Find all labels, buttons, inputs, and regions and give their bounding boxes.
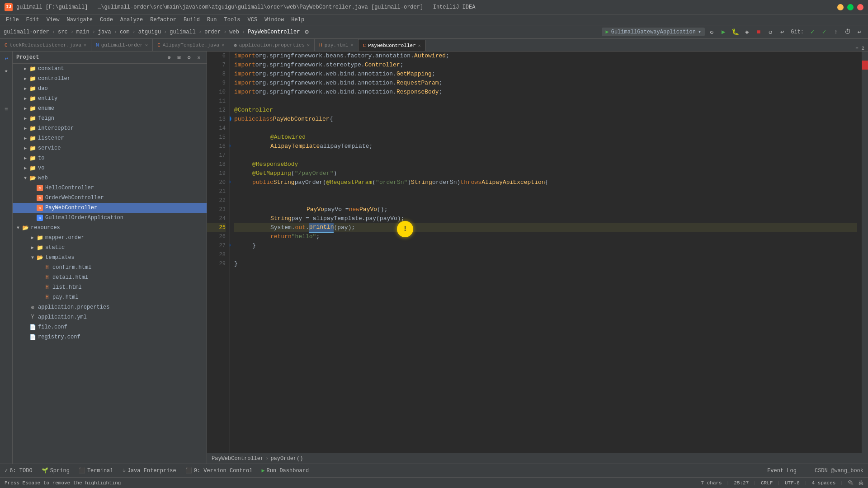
breadcrumb-order[interactable]: order [204,29,221,35]
git-update-icon[interactable]: ✓ [807,27,817,37]
tree-item-web[interactable]: ▼ 📂 web [13,173,207,183]
tree-item-list-html[interactable]: H list.html [13,282,207,292]
stop-icon[interactable]: ■ [754,27,764,37]
tree-item-file-conf[interactable]: 📄 file.conf [13,322,207,332]
tree-item-vo[interactable]: ▶ 📁 vo [13,163,207,173]
tab-close-order[interactable]: ✕ [145,42,148,48]
git-commit-icon[interactable]: ✓ [819,27,829,37]
breadcrumb-atguigu[interactable]: atguigu [138,29,161,35]
bottom-tool-run-dashboard[interactable]: ▶ Run Dashboard [261,467,309,474]
tab-order[interactable]: M gulimall-order ✕ [91,39,153,51]
run-config-dropdown-icon: ▾ [698,28,701,35]
menu-help[interactable]: Help [288,16,308,24]
menu-window[interactable]: Window [261,16,288,24]
breadcrumb-gulimall[interactable]: gulimall [170,29,196,35]
menu-tools[interactable]: Tools [221,16,244,24]
tree-item-resources[interactable]: ▼ 📂 resources [13,223,207,233]
tree-item-entity[interactable]: ▶ 📁 entity [13,94,207,103]
git-revert-icon[interactable]: ↩ [854,27,864,37]
tab-alipay[interactable]: C AlipayTemplate.java ✕ [153,39,229,51]
menu-refactor[interactable]: Refactor [146,16,180,24]
tree-arrow-resources: ▼ [14,224,22,231]
minimize-button[interactable] [837,4,844,10]
tab-more-icon[interactable]: ≡ 2 [852,46,868,51]
menu-analyze[interactable]: Analyze [117,16,146,24]
tree-item-order-web-controller[interactable]: C OrderWebController [13,193,207,203]
tree-item-listener[interactable]: ▶ 📁 listener [13,133,207,143]
tree-item-pay-web-controller[interactable]: C PayWebController [13,203,207,213]
tab-close-pay-html[interactable]: ✕ [351,42,354,48]
tab-close-payweb[interactable]: ✕ [418,43,421,48]
sidebar-collapse-icon[interactable]: ⊟ [175,53,183,61]
code-content[interactable]: import org.springframework.beans.factory… [230,52,862,453]
tab-close-alipay[interactable]: ✕ [222,42,224,48]
tab-payweb[interactable]: C PayWebController ✕ [359,40,426,52]
tree-item-enume[interactable]: ▶ 📁 enume [13,103,207,113]
tree-item-pay-html[interactable]: H pay.html [13,292,207,302]
settings-icon[interactable]: ⚙ [302,27,311,37]
breadcrumb-web[interactable]: web [229,29,239,35]
tree-item-gulimall-app[interactable]: C GulimallOrderApplication [13,213,207,223]
menu-file[interactable]: File [2,16,23,24]
sidebar-settings-icon[interactable]: ⚙ [185,53,193,61]
menu-view[interactable]: View [43,16,63,24]
breadcrumb-com[interactable]: com [120,29,130,35]
panel-structure-icon[interactable]: ≣ [1,104,11,114]
debug-icon[interactable]: 🐛 [730,27,740,37]
bottom-tool-version-control[interactable]: ⬛ 9: Version Control [185,467,253,474]
close-button[interactable] [857,4,863,10]
run-with-coverage-icon[interactable]: ◈ [742,27,752,37]
tree-item-dao[interactable]: ▶ 📁 dao [13,84,207,94]
breadcrumb-java[interactable]: java [98,29,111,35]
tab-close-stock[interactable]: ✕ [84,42,86,48]
tree-item-controller[interactable]: ▶ 📁 controller [13,74,207,84]
bottom-tool-spring[interactable]: 🌱 Spring [42,467,70,474]
menu-vcs[interactable]: VCS [244,16,261,24]
tree-item-static[interactable]: ▶ 📁 static [13,243,207,253]
run-config-selector[interactable]: ▶ GulimallGatewayApplication ▾ [602,28,705,36]
tree-item-hello-controller[interactable]: C HelloController [13,183,207,193]
tab-stock[interactable]: C tockReleaseListener.java ✕ [0,39,91,51]
tree-item-app-yml[interactable]: Y application.yml [13,312,207,322]
menu-edit[interactable]: Edit [23,16,43,24]
breadcrumb-module[interactable]: gulimall-order [4,29,49,35]
tree-item-constant[interactable]: ▶ 📁 constant [13,64,207,74]
rerun-icon[interactable]: ↺ [765,27,775,37]
tree-item-detail-html[interactable]: H detail.html [13,272,207,282]
tree-item-confirm-html[interactable]: H confirm.html [13,263,207,272]
git-history-icon[interactable]: ⏱ [843,27,853,37]
tree-item-interceptor[interactable]: ▶ 📁 interceptor [13,123,207,133]
sidebar-locate-icon[interactable]: ⊕ [165,53,173,61]
tree-item-feign[interactable]: ▶ 📁 feign [13,113,207,123]
breadcrumb-main[interactable]: main [76,29,90,35]
tab-pay-html[interactable]: H pay.html ✕ [315,39,358,51]
maximize-button[interactable] [847,4,854,10]
tree-item-mapper-order[interactable]: ▶ 📁 mapper.order [13,233,207,243]
code-editor[interactable]: 6 7 8 9 10 11 12 13 14 15 16 17 18 19 20… [207,52,868,453]
menu-run[interactable]: Run [203,16,221,24]
bottom-tool-event-log[interactable]: Event Log [767,468,797,474]
tree-item-templates[interactable]: ▼ 📂 templates [13,253,207,263]
bottom-tool-java-enterprise[interactable]: ☕ Java Enterprise [122,467,176,474]
menu-build[interactable]: Build [180,16,203,24]
tree-item-app-props[interactable]: ⚙ application.properties [13,302,207,312]
revert-icon[interactable]: ↩ [777,27,787,37]
bottom-tool-terminal[interactable]: ⬛ Terminal [79,467,113,474]
tab-close-props[interactable]: ✕ [307,42,310,48]
sidebar-close-icon[interactable]: ✕ [195,53,203,61]
menu-code[interactable]: Code [96,16,117,24]
breadcrumb-file[interactable]: PayWebController [248,29,300,35]
tree-item-service[interactable]: ▶ 📁 service [13,143,207,153]
tab-props[interactable]: ⚙ application.properties ✕ [229,39,315,51]
panel-project-icon[interactable]: 1 [1,54,11,64]
panel-favorites-icon[interactable]: ★ [1,66,11,75]
refresh-icon[interactable]: ↻ [707,27,717,37]
tree-item-registry-conf[interactable]: 📄 registry.conf [13,332,207,342]
git-push-icon[interactable]: ↑ [831,27,841,37]
bottom-tool-todo[interactable]: ✓ 6: TODO [5,467,33,474]
menu-navigate[interactable]: Navigate [63,16,96,24]
tree-item-to[interactable]: ▶ 📁 to [13,153,207,163]
breadcrumb-src[interactable]: src [58,29,68,35]
run-icon[interactable]: ▶ [718,27,728,37]
status-line-ending: CRLF [761,480,773,486]
